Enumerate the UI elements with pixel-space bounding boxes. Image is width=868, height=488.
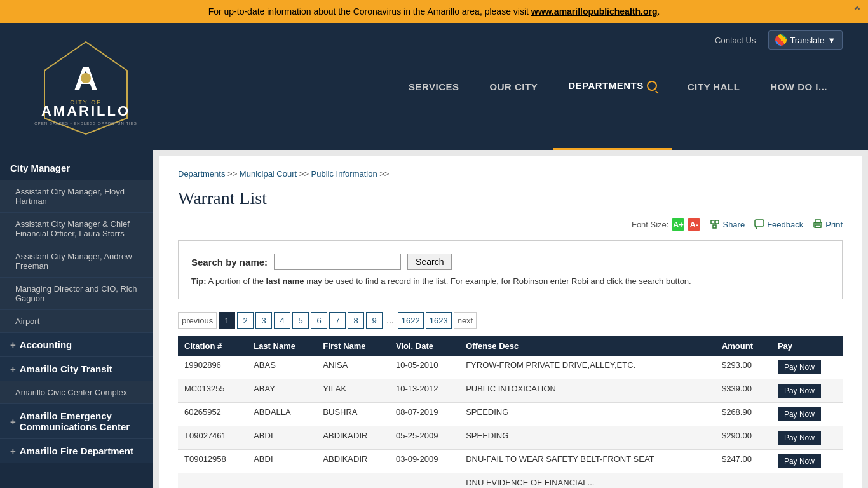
cell-amount-3: $290.00 (715, 426, 771, 450)
table-row: 60265952 ABDALLA BUSHRA 08-07-2019 SPEED… (178, 403, 843, 426)
breadcrumb-public-info[interactable]: Public Information (311, 169, 377, 179)
sidebar-city-manager-label: City Manager (10, 163, 70, 173)
cell-citation-5 (178, 473, 247, 489)
pagination-page-1623[interactable]: 1623 (426, 312, 452, 329)
cell-first-name-4: ABDIKADIR (316, 450, 390, 473)
sidebar-item-fire-dept[interactable]: + Amarillo Fire Department (0, 439, 153, 463)
sidebar-airport-label: Airport (15, 316, 39, 326)
sidebar-emergency-comm-label: Amarillo Emergency Communications Center (20, 410, 142, 432)
warrant-table: Citation # Last Name First Name Viol. Da… (178, 336, 843, 488)
cell-citation-0: 19902896 (178, 356, 247, 379)
cell-pay-3: Pay Now (771, 426, 843, 450)
pagination-page-5[interactable]: 5 (292, 312, 309, 329)
pagination-page-8[interactable]: 8 (348, 312, 364, 329)
share-button[interactable]: Share (710, 219, 745, 229)
emergency-comm-plus-icon: + (10, 416, 16, 427)
contact-us-link[interactable]: Contact Us (715, 36, 756, 45)
collapse-button[interactable]: ⌃ (852, 4, 862, 18)
content-toolbar: Font Size: A+ A- Share Feedback Print (178, 218, 843, 231)
cell-pay-2: Pay Now (771, 403, 843, 426)
nav-departments-label: DEPARTMENTS (568, 80, 644, 91)
cell-citation-1: MC013255 (178, 379, 247, 403)
cell-pay-5 (771, 473, 843, 489)
nav-our-city[interactable]: OUR CITY (475, 23, 553, 150)
pagination-previous[interactable]: previous (178, 312, 217, 329)
pay-button-4[interactable]: Pay Now (778, 454, 821, 468)
svg-text:AMARILLO: AMARILLO (41, 103, 130, 119)
font-size-label: Font Size: (632, 220, 669, 229)
pagination-page-1[interactable]: 1 (219, 312, 235, 329)
nav-services[interactable]: SERVICES (393, 23, 475, 150)
cell-citation-4: T09012958 (178, 450, 247, 473)
sidebar-item-airport[interactable]: Airport (0, 310, 153, 333)
tip-bold: last name (266, 276, 304, 286)
sidebar-item-andrew-freeman[interactable]: Assistant City Manager, Andrew Freeman (0, 245, 153, 278)
sidebar-item-rich-gagnon[interactable]: Managing Director and CIO, Rich Gagnon (0, 278, 153, 310)
header: Contact Us Translate ▼ A CITY OF AMARILL… (0, 23, 868, 150)
cell-last-name-2: ABDALLA (247, 403, 316, 426)
logo-svg: A CITY OF AMARILLO OPEN SPACES • ENDLESS… (25, 36, 146, 137)
col-pay: Pay (771, 336, 843, 356)
print-button[interactable]: Print (813, 219, 843, 229)
search-button[interactable]: Search (407, 254, 452, 270)
pagination-page-3[interactable]: 3 (255, 312, 272, 329)
svg-rect-13 (815, 225, 820, 227)
pagination-page-2[interactable]: 2 (237, 312, 254, 329)
print-label: Print (825, 220, 843, 229)
cell-amount-5 (715, 473, 771, 489)
alert-text: For up-to-date information about the Cor… (208, 6, 531, 17)
sidebar-item-floyd-hartman[interactable]: Assistant City Manager, Floyd Hartman (0, 180, 153, 213)
pay-button-2[interactable]: Pay Now (778, 407, 821, 421)
translate-label: Translate (790, 36, 824, 45)
table-header-row: Citation # Last Name First Name Viol. Da… (178, 336, 843, 356)
cell-pay-1: Pay Now (771, 379, 843, 403)
col-offense: Offense Desc (459, 336, 715, 356)
font-increase-button[interactable]: A+ (672, 218, 684, 231)
feedback-button[interactable]: Feedback (754, 219, 803, 229)
logo-area[interactable]: A CITY OF AMARILLO OPEN SPACES • ENDLESS… (25, 36, 146, 137)
print-icon (813, 219, 823, 229)
cell-last-name-4: ABDI (247, 450, 316, 473)
cell-pay-4: Pay Now (771, 450, 843, 473)
sidebar-item-emergency-comm[interactable]: + Amarillo Emergency Communications Cent… (0, 404, 153, 439)
breadcrumb-municipal-court[interactable]: Municipal Court (240, 169, 297, 179)
pagination-next[interactable]: next (454, 312, 477, 329)
breadcrumb-sep-1: >> (227, 169, 240, 179)
sidebar-item-accounting[interactable]: + Accounting (0, 333, 153, 357)
tip-label: Tip: (191, 276, 207, 286)
pagination-page-7[interactable]: 7 (329, 312, 346, 329)
sidebar-item-city-transit[interactable]: + Amarillo City Transit (0, 357, 153, 381)
header-top-right: Contact Us Translate ▼ (715, 30, 843, 50)
sidebar-item-civic-center[interactable]: Amarillo Civic Center Complex (0, 381, 153, 404)
breadcrumb-departments[interactable]: Departments (178, 169, 225, 179)
translate-button[interactable]: Translate ▼ (768, 30, 843, 50)
tip-suffix: may be used to find a record in the list… (304, 276, 691, 286)
pay-button-3[interactable]: Pay Now (778, 431, 821, 445)
accounting-plus-icon: + (10, 339, 16, 350)
cell-viol-date-3: 05-25-2009 (390, 426, 459, 450)
pagination-page-6[interactable]: 6 (311, 312, 327, 329)
cell-last-name-1: ABAY (247, 379, 316, 403)
sidebar-item-city-manager[interactable]: City Manager (0, 156, 153, 180)
alert-link[interactable]: www.amarillopublichealth.org (531, 6, 658, 17)
pagination-page-9[interactable]: 9 (366, 312, 383, 329)
nav-departments[interactable]: DEPARTMENTS (553, 23, 672, 150)
search-tip: Tip: A portion of the last name may be u… (191, 276, 829, 286)
cell-first-name-3: ABDIKADIR (316, 426, 390, 450)
cell-viol-date-1: 10-13-2012 (390, 379, 459, 403)
search-label: Search by name: (191, 257, 268, 268)
pay-button-0[interactable]: Pay Now (778, 360, 821, 374)
search-input[interactable] (274, 254, 401, 270)
alert-end: . (657, 6, 660, 17)
pay-button-1[interactable]: Pay Now (778, 384, 821, 398)
col-viol-date: Viol. Date (390, 336, 459, 356)
sidebar-floyd-hartman-label: Assistant City Manager, Floyd Hartman (15, 187, 142, 206)
table-row: T09027461 ABDI ABDIKADIR 05-25-2009 SPEE… (178, 426, 843, 450)
sidebar-item-laura-storrs[interactable]: Assistant City Manager & Chief Financial… (0, 213, 153, 245)
font-decrease-button[interactable]: A- (688, 218, 700, 231)
pagination-page-1622[interactable]: 1622 (398, 312, 424, 329)
page-title: Warrant List (178, 188, 843, 208)
pagination-page-4[interactable]: 4 (274, 312, 290, 329)
svg-rect-7 (715, 220, 719, 224)
sidebar-andrew-freeman-label: Assistant City Manager, Andrew Freeman (15, 252, 142, 271)
